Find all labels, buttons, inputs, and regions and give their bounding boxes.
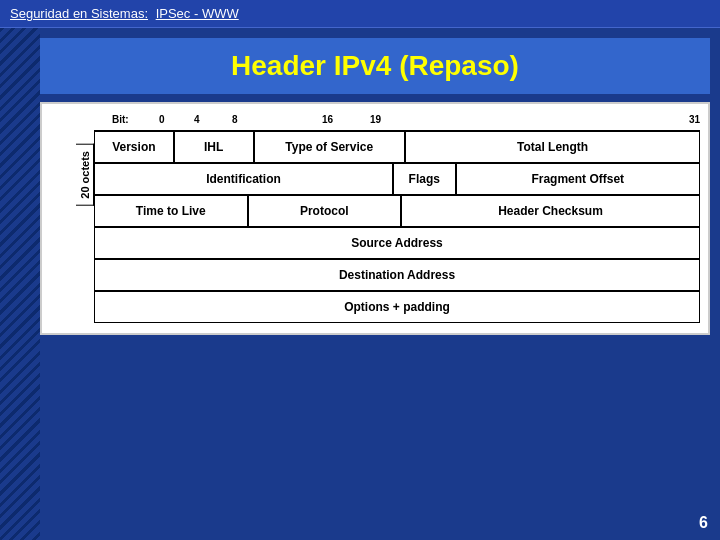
table-row-2: Identification Flags Fragment Offset [95,163,699,195]
top-bar-label: Seguridad en Sistemas: [10,6,148,21]
bit-19: 19 [370,114,381,125]
spacer-top [50,130,94,144]
main-content: Header IPv4 (Repaso) Bit: 0 4 8 16 19 31… [40,28,720,540]
table-row-6: Options + padding [95,291,699,322]
field-hdrchk: Header Checksum [401,196,699,226]
page-title: Header IPv4 (Repaso) [60,50,690,82]
field-options: Options + padding [95,292,699,322]
field-flags: Flags [393,164,456,194]
field-totallen: Total Length [405,132,699,162]
ipv4-header-diagram: Bit: 0 4 8 16 19 31 20 octets Version IH… [40,102,710,335]
bit-0: 0 [159,114,165,125]
bit-16: 16 [322,114,333,125]
octets-label: 20 octets [76,144,94,206]
field-proto: Protocol [248,196,402,226]
bit-label-prefix: Bit: [112,114,129,125]
top-bar: Seguridad en Sistemas: IPSec - WWW [0,0,720,28]
table-row-5: Destination Address [95,259,699,291]
bit-31: 31 [689,114,700,125]
table-row-3: Time to Live Protocol Header Checksum [95,195,699,227]
field-version: Version [95,132,174,162]
bit-8: 8 [232,114,238,125]
table-row-1: Version IHL Type of Service Total Length [95,131,699,163]
top-bar-link[interactable]: IPSec - WWW [156,6,239,21]
title-bar: Header IPv4 (Repaso) [40,38,710,94]
field-ttl: Time to Live [95,196,248,226]
bit-4: 4 [194,114,200,125]
field-ident: Identification [95,164,393,194]
field-dstaddr: Destination Address [95,260,699,290]
field-tos: Type of Service [254,132,406,162]
field-srcaddr: Source Address [95,228,699,258]
field-fragoff: Fragment Offset [456,164,699,194]
page-number: 6 [699,514,708,532]
header-table: Version IHL Type of Service Total Length… [94,130,700,323]
diagram-wrapper: 20 octets Version IHL Type of Service To… [50,130,700,323]
top-bar-text: Seguridad en Sistemas: IPSec - WWW [10,6,239,21]
field-ihl: IHL [174,132,254,162]
table-row-4: Source Address [95,227,699,259]
left-decoration [0,28,40,540]
